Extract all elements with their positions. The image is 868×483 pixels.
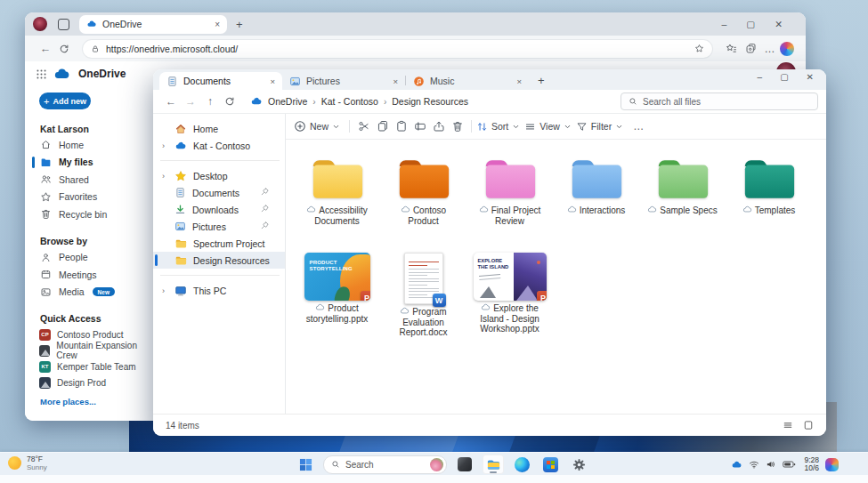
tab-close-icon[interactable]: × — [516, 76, 522, 86]
command-more-icon[interactable]: … — [633, 120, 645, 133]
explorer-minimize-button[interactable]: – — [758, 72, 763, 82]
explorer-tab-music[interactable]: Music× — [406, 72, 529, 90]
clock[interactable]: 9:28 10/6 — [804, 456, 819, 473]
settings-icon[interactable] — [568, 455, 589, 474]
breadcrumb-item-onedrive[interactable]: OneDrive — [268, 96, 307, 107]
chevron-right-icon[interactable]: › — [162, 172, 174, 181]
filter-button[interactable]: Filter — [576, 121, 623, 133]
new-button[interactable]: New — [294, 120, 340, 133]
large-icons-view-icon[interactable] — [803, 420, 814, 431]
breadcrumb[interactable]: OneDrive›Kat - Contoso›Design Resources — [250, 95, 468, 108]
collections-icon[interactable] — [741, 43, 760, 54]
onedrive-browse-meetings[interactable]: Meetings — [25, 266, 155, 284]
explorer-search-box[interactable]: Search all files — [621, 93, 818, 110]
copilot-taskbar-icon[interactable] — [825, 458, 839, 471]
battery-icon[interactable] — [783, 460, 796, 469]
quick-access-mountain-expansion-crew[interactable]: Mountain Expansion Crew — [25, 342, 155, 358]
onedrive-browse-people[interactable]: People — [25, 249, 155, 267]
favorites-icon[interactable] — [721, 43, 741, 54]
wifi-icon[interactable] — [749, 459, 759, 470]
browser-profile-avatar[interactable] — [33, 17, 47, 31]
browser-minimize-button[interactable]: – — [721, 19, 726, 29]
back-button[interactable]: ← — [161, 95, 181, 108]
sidebar-item-downloads[interactable]: Downloads — [153, 201, 285, 218]
folder-templates[interactable]: Templates — [726, 154, 812, 226]
sidebar-item-design-resources[interactable]: Design Resources — [153, 252, 285, 269]
explorer-maximize-button[interactable]: ▢ — [780, 72, 788, 82]
up-button[interactable]: ↑ — [200, 95, 220, 108]
folder-final-project-review[interactable]: Final Project Review — [466, 154, 553, 226]
explorer-close-button[interactable]: ✕ — [807, 72, 814, 82]
folder-sample-specs[interactable]: Sample Specs — [639, 154, 726, 226]
breadcrumb-item-kat-contoso[interactable]: Kat - Contoso — [321, 96, 378, 107]
browser-refresh-button[interactable] — [54, 44, 74, 54]
sidebar-item-kat-contoso[interactable]: ›Kat - Contoso — [153, 137, 285, 154]
browser-back-button[interactable]: ← — [37, 43, 54, 55]
cut-button[interactable] — [354, 118, 373, 134]
refresh-button[interactable] — [220, 96, 239, 107]
onedrive-browse-media[interactable]: MediaNew — [25, 284, 155, 302]
share-button[interactable] — [429, 118, 448, 134]
sidebar-item-documents[interactable]: Documents — [153, 184, 285, 201]
chevron-right-icon[interactable]: › — [162, 286, 174, 295]
folder-accessibility-documents[interactable]: Accessibility Documents — [294, 154, 380, 226]
taskbar-search-box[interactable]: Search — [323, 455, 447, 474]
sort-button[interactable]: Sort — [476, 121, 520, 133]
details-view-icon[interactable] — [783, 420, 793, 431]
explorer-new-tab-button[interactable]: + — [538, 74, 545, 87]
paste-button[interactable] — [392, 118, 410, 134]
onedrive-nav-favorites[interactable]: Favorites — [25, 189, 155, 206]
app-launcher-icon[interactable] — [36, 68, 47, 80]
edge-taskbar-icon[interactable] — [511, 455, 532, 474]
copy-button[interactable] — [373, 118, 392, 134]
file-product-storytelling-pptx[interactable]: PRODUCT STORYTELLINGPProduct storytellin… — [294, 249, 380, 338]
bookmark-star-icon[interactable] — [694, 44, 704, 53]
sidebar-item-home[interactable]: Home — [153, 120, 285, 137]
sidebar-item-this-pc[interactable]: ›This PC — [153, 282, 285, 299]
forward-button[interactable]: → — [181, 95, 200, 108]
quick-access-kemper-table-team[interactable]: KTKemper Table Team — [25, 358, 155, 374]
rename-button[interactable] — [410, 118, 429, 134]
sidebar-item-pictures[interactable]: Pictures — [153, 218, 285, 235]
breadcrumb-item-design-resources[interactable]: Design Resources — [392, 96, 468, 107]
tab-close-icon[interactable]: × — [215, 20, 220, 29]
browser-close-button[interactable]: ✕ — [775, 19, 783, 29]
browser-tab-strip[interactable]: OneDrive × + – ▢ ✕ — [25, 12, 806, 36]
explorer-tab-bar[interactable]: Documents×Pictures×Music× + – ▢ ✕ — [153, 69, 826, 90]
sidebar-item-spectrum-project[interactable]: Spectrum Project — [153, 235, 285, 252]
weather-widget[interactable]: 78°F Sunny — [8, 455, 47, 471]
new-tab-button[interactable]: + — [236, 18, 243, 31]
more-places-link[interactable]: More places... — [40, 397, 155, 407]
folder-interactions[interactable]: Interactions — [553, 154, 639, 226]
copilot-icon[interactable] — [780, 42, 794, 56]
volume-icon[interactable] — [766, 459, 776, 470]
browser-tab-onedrive[interactable]: OneDrive × — [79, 15, 227, 34]
explorer-tab-documents[interactable]: Documents× — [159, 72, 282, 90]
onedrive-tray-icon[interactable] — [731, 459, 742, 471]
sidebar-item-desktop[interactable]: ›Desktop — [153, 167, 285, 184]
chevron-right-icon[interactable]: › — [162, 141, 174, 150]
address-bar[interactable]: https://onedrive.microsoft.cloud/ — [83, 40, 712, 58]
tab-close-icon[interactable]: × — [393, 76, 398, 86]
onedrive-nav-shared[interactable]: Shared — [25, 171, 155, 189]
onedrive-nav-my-files[interactable]: My files — [25, 154, 155, 172]
onedrive-nav-home[interactable]: Home — [25, 136, 155, 154]
quick-access-design-prod[interactable]: Design Prod — [25, 374, 155, 390]
tab-close-icon[interactable]: × — [270, 76, 275, 86]
file-explorer-taskbar-icon[interactable] — [483, 455, 504, 474]
explorer-tab-pictures[interactable]: Pictures× — [282, 72, 405, 90]
browser-maximize-button[interactable]: ▢ — [746, 19, 755, 29]
pinned-app-icon[interactable] — [454, 455, 475, 474]
view-button[interactable]: View — [524, 121, 572, 133]
pin-icon — [260, 204, 270, 213]
onedrive-nav-recycle-bin[interactable]: Recycle bin — [25, 205, 155, 223]
browser-menu-icon[interactable]: … — [760, 43, 780, 55]
file-program-evaluation-report-docx[interactable]: WProgram Evaluation Report.docx — [380, 249, 466, 338]
delete-button[interactable] — [448, 118, 466, 134]
start-button[interactable] — [295, 455, 316, 474]
tab-actions-icon[interactable] — [58, 19, 69, 30]
microsoft-store-icon[interactable] — [539, 455, 561, 474]
add-new-button[interactable]: + Add new — [39, 93, 91, 109]
file-explore-the-island-design-workshop-pptx[interactable]: EXPLORE THE ISLANDPExplore the Island - … — [466, 249, 553, 338]
folder-contoso-product[interactable]: Contoso Product — [380, 154, 466, 226]
